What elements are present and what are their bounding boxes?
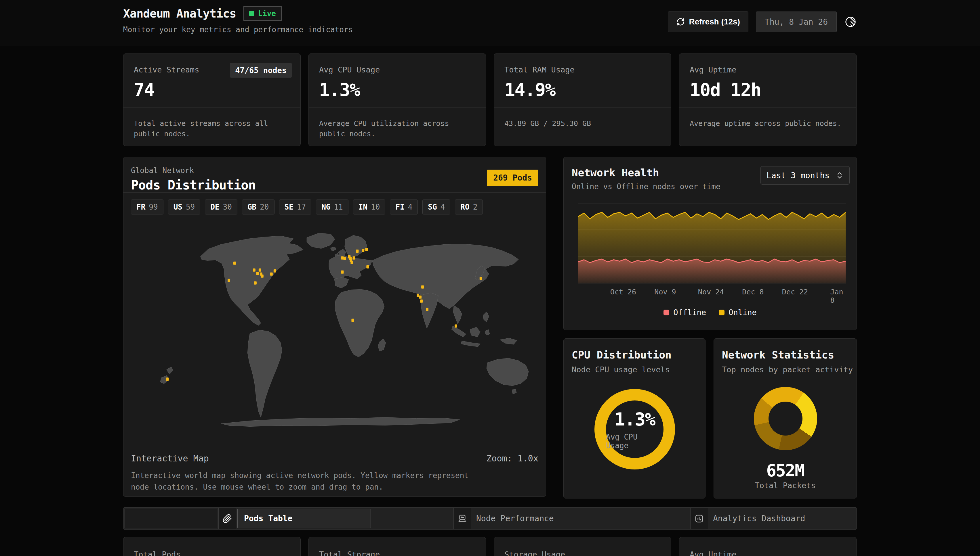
stat-label: Avg Uptime <box>690 65 846 74</box>
chart-legend: Offline Online <box>564 308 857 317</box>
x-tick: Dec 22 <box>782 288 808 296</box>
x-tick: Nov 24 <box>698 288 724 296</box>
country-badge[interactable]: SG4 <box>423 199 450 215</box>
pod-marker[interactable] <box>353 257 355 260</box>
tab-analytics-dashboard[interactable] <box>690 508 708 529</box>
content-area: Active Streams 47/65 nodes 74 Total acti… <box>123 0 857 556</box>
packets-donut-chart <box>754 387 817 450</box>
stat-label: Total Pods <box>123 537 300 556</box>
donut-hole <box>768 402 802 436</box>
pod-marker[interactable] <box>352 319 354 322</box>
pod-marker[interactable] <box>421 286 424 289</box>
pod-marker[interactable] <box>259 268 261 272</box>
world-map[interactable] <box>129 223 541 444</box>
pod-marker[interactable] <box>261 275 264 278</box>
tab-analytics-dashboard-label[interactable]: Analytics Dashboard <box>713 508 805 529</box>
nodes-badge: 47/65 nodes <box>230 63 292 78</box>
stat-description: Average uptime across public nodes. <box>679 107 856 129</box>
cpu-donut-chart: 1.3% Avg CPU Usage <box>594 389 675 469</box>
pod-marker[interactable] <box>416 294 419 297</box>
stat-value: 1.3% <box>319 79 475 100</box>
pod-marker[interactable] <box>341 270 343 274</box>
ns-subtitle: Top nodes by packet activity <box>722 365 853 374</box>
node-performance-icon <box>457 514 467 524</box>
pod-marker[interactable] <box>343 257 346 260</box>
country-badge[interactable]: RO2 <box>455 199 483 215</box>
tab-node-performance[interactable] <box>454 508 471 529</box>
pods-distribution-panel: Global Network Pods Distribution 269 Pod… <box>123 157 546 497</box>
ns-title: Network Statistics <box>722 349 834 361</box>
pod-marker[interactable] <box>228 279 230 282</box>
pod-marker[interactable] <box>356 249 358 253</box>
country-badge[interactable]: US59 <box>168 199 201 215</box>
country-badge-list: FR99 US59 DE30 GB20 SE17 NG11 IN10 FI4 S… <box>131 199 483 215</box>
tab-pods-table-label[interactable]: Pods Table <box>237 509 371 528</box>
time-range-select[interactable]: Last 3 months <box>760 166 850 184</box>
map-zoom-level: Zoom: 1.0x <box>486 453 538 464</box>
pod-marker[interactable] <box>365 248 368 251</box>
x-tick: Nov 9 <box>654 288 676 296</box>
tab-node-performance-label[interactable]: Node Performance <box>476 508 554 529</box>
country-badge[interactable]: DE30 <box>205 199 237 215</box>
stat-label: Total RAM Usage <box>504 65 661 74</box>
stat-description: Total active streams across all public n… <box>123 107 300 139</box>
cpu-distribution-panel: CPU Distribution Node CPU usage levels 1… <box>564 338 706 498</box>
bottom-card-total-storage: Total Storage <box>308 537 486 556</box>
x-tick: Jan 8 <box>830 288 848 304</box>
pod-marker[interactable] <box>479 277 482 280</box>
cpu-value: 1.3% <box>614 409 655 430</box>
paperclip-icon <box>222 514 232 524</box>
pod-marker[interactable] <box>256 272 259 275</box>
country-badge[interactable]: FI4 <box>390 199 418 215</box>
stat-label: Total Storage <box>309 537 486 556</box>
pod-marker[interactable] <box>253 268 256 272</box>
pod-marker[interactable] <box>350 261 353 264</box>
cpu-subtitle: Node CPU usage levels <box>572 365 670 374</box>
pod-marker[interactable] <box>341 257 343 260</box>
pod-marker[interactable] <box>166 377 168 381</box>
country-badge[interactable]: FR99 <box>131 199 164 215</box>
pod-marker[interactable] <box>366 265 369 268</box>
analytics-icon <box>694 514 704 524</box>
country-badge[interactable]: IN10 <box>353 199 386 215</box>
country-badge[interactable]: SE17 <box>279 199 312 215</box>
total-packets-label: Total Packets <box>714 481 857 490</box>
tab-pods-table[interactable] <box>219 508 236 529</box>
pod-marker[interactable] <box>419 296 421 299</box>
bottom-tab-bar: Pods Table Node Performance <box>123 508 857 530</box>
map-footer: Interactive Map Zoom: 1.0x Interactive w… <box>123 445 546 496</box>
country-badge[interactable]: NG11 <box>316 199 348 215</box>
map-eyebrow: Global Network <box>131 166 256 175</box>
stat-card-avg-uptime: Avg Uptime 10d 12h Average uptime across… <box>679 53 857 146</box>
x-tick: Oct 26 <box>610 288 636 296</box>
map-footer-label: Interactive Map <box>131 453 209 464</box>
stat-card-active-streams: Active Streams 47/65 nodes 74 Total acti… <box>123 53 301 146</box>
network-health-title: Network Health <box>572 167 659 179</box>
map-description: Interactive world map showing active net… <box>131 470 482 493</box>
pod-marker[interactable] <box>233 262 236 265</box>
pod-marker[interactable] <box>254 281 257 284</box>
stat-label: Avg Uptime <box>679 537 856 556</box>
table-filter-input[interactable] <box>125 509 217 528</box>
stat-description: 43.89 GB / 295.30 GB <box>494 107 671 129</box>
network-health-panel: Network Health Online vs Offline nodes o… <box>564 157 857 330</box>
cpu-title: CPU Distribution <box>572 349 672 361</box>
pod-marker[interactable] <box>270 273 273 276</box>
country-badge[interactable]: GB20 <box>242 199 274 215</box>
chevrons-up-down-icon <box>836 171 844 179</box>
bottom-card-storage-usage: Storage Usage <box>494 537 671 556</box>
network-statistics-panel: Network Statistics Top nodes by packet a… <box>714 338 857 498</box>
stat-label: Storage Usage <box>494 537 671 556</box>
pod-marker[interactable] <box>274 269 276 273</box>
cpu-value-label: Avg CPU Usage <box>606 433 664 450</box>
pod-marker[interactable] <box>426 308 428 311</box>
x-tick: Dec 8 <box>742 288 764 296</box>
map-title: Pods Distribution <box>131 178 256 192</box>
pod-marker[interactable] <box>362 249 364 252</box>
network-health-chart[interactable] <box>578 203 846 283</box>
pods-count-badge: 269 Pods <box>487 170 538 186</box>
dashboard-page: Xandeum Analytics Live Monitor your key … <box>0 0 980 556</box>
time-range-value: Last 3 months <box>766 171 829 180</box>
pod-marker[interactable] <box>420 299 423 303</box>
pod-marker[interactable] <box>455 325 457 328</box>
